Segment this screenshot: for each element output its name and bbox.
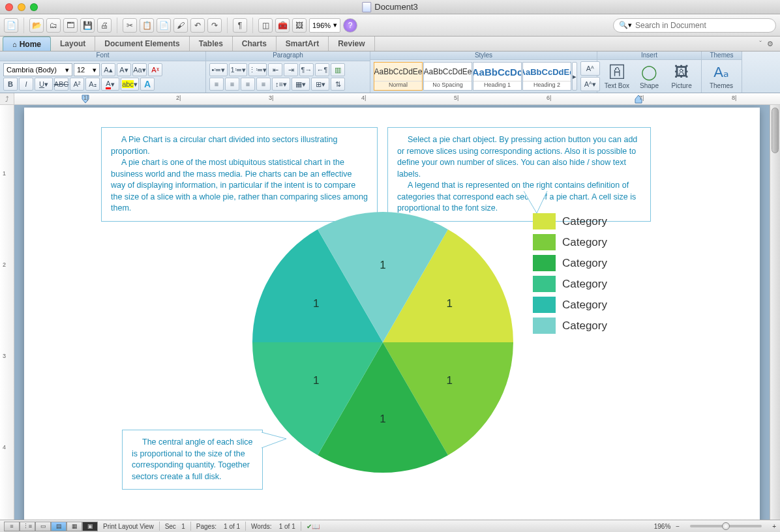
legend-item-5[interactable]: Category bbox=[533, 318, 607, 334]
strikethrough-button[interactable]: ABC bbox=[54, 78, 68, 91]
toolbox-button[interactable]: 🧰 bbox=[275, 18, 290, 33]
font-color-button[interactable]: A▾ bbox=[101, 78, 119, 91]
print-button[interactable]: 🖨 bbox=[97, 18, 112, 33]
help-button[interactable]: ? bbox=[343, 18, 357, 33]
format-painter-button[interactable]: 🖌 bbox=[173, 18, 188, 33]
styles-scroll-button[interactable]: ▸ bbox=[572, 62, 577, 91]
ribbon-settings-icon[interactable]: ⚙ bbox=[767, 40, 773, 48]
legend-item-4[interactable]: Category bbox=[533, 297, 607, 313]
increase-indent-button[interactable]: ⇥ bbox=[284, 63, 298, 76]
zoom-window-button[interactable] bbox=[30, 3, 38, 11]
media-button[interactable]: 🖼 bbox=[292, 18, 307, 33]
tab-document-elements[interactable]: Document Elements bbox=[95, 37, 189, 51]
legend-item-2[interactable]: Category bbox=[533, 255, 607, 271]
shading-button[interactable]: ▦▾ bbox=[292, 78, 310, 91]
justify-button[interactable]: ≡ bbox=[256, 78, 271, 91]
view-notebook-button[interactable]: ▦ bbox=[67, 522, 82, 531]
scrollbar-thumb[interactable] bbox=[772, 108, 779, 153]
zoom-value[interactable]: 196% bbox=[654, 523, 671, 530]
zoom-dropdown[interactable]: 196%▾ bbox=[309, 18, 340, 33]
copy-button[interactable]: 📋 bbox=[140, 18, 154, 33]
vertical-ruler[interactable]: 12345 bbox=[0, 105, 14, 520]
subscript-button[interactable]: A₂ bbox=[85, 78, 100, 91]
browser-button[interactable]: 🗔 bbox=[63, 18, 78, 33]
sidebar-button[interactable]: ◫ bbox=[258, 18, 273, 33]
tab-tables[interactable]: Tables bbox=[190, 37, 233, 51]
change-case-button[interactable]: Aa▾ bbox=[132, 63, 147, 76]
horizontal-ruler[interactable]: ⤴ 1|2|3|4|5|6|7|8| bbox=[0, 93, 780, 105]
superscript-button[interactable]: A² bbox=[70, 78, 84, 91]
line-spacing-button[interactable]: ↕≡▾ bbox=[272, 78, 290, 91]
tab-review[interactable]: Review bbox=[329, 37, 374, 51]
zoom-slider-thumb[interactable] bbox=[722, 522, 730, 530]
redo-button[interactable]: ↷ bbox=[207, 18, 222, 33]
undo-button[interactable]: ↶ bbox=[190, 18, 205, 33]
numbering-button[interactable]: 1≔▾ bbox=[229, 63, 247, 76]
rtl-button[interactable]: ←¶ bbox=[315, 63, 329, 76]
show-formatting-button[interactable]: ¶ bbox=[233, 18, 247, 33]
open-button[interactable]: 📂 bbox=[29, 18, 44, 33]
view-draft-button[interactable]: ≡ bbox=[4, 522, 20, 531]
align-left-button[interactable]: ≡ bbox=[209, 78, 224, 91]
new-doc-button[interactable]: 📄 bbox=[4, 18, 18, 33]
view-outline-button[interactable]: ⋮≡ bbox=[20, 522, 35, 531]
paste-button[interactable]: 📄 bbox=[157, 18, 171, 33]
vertical-scrollbar[interactable] bbox=[770, 105, 780, 520]
borders-button[interactable]: ⊞▾ bbox=[311, 78, 329, 91]
align-right-button[interactable]: ≡ bbox=[241, 78, 255, 91]
insert-textbox-button[interactable]: 🄰Text Box bbox=[601, 61, 633, 91]
font-size-dropdown[interactable]: 12▾ bbox=[74, 63, 100, 76]
insert-picture-button[interactable]: 🖼Picture bbox=[665, 61, 698, 91]
italic-button[interactable]: I bbox=[19, 78, 33, 91]
sort-button[interactable]: ⇅ bbox=[331, 78, 345, 91]
textbox-right[interactable]: Select a pie chart object. By pressing a… bbox=[387, 127, 651, 222]
align-center-button[interactable]: ≡ bbox=[225, 78, 239, 91]
decrease-indent-button[interactable]: ⇤ bbox=[268, 63, 282, 76]
tab-home[interactable]: ⌂Home bbox=[3, 37, 51, 51]
minimize-window-button[interactable] bbox=[18, 3, 25, 11]
view-print-layout-button[interactable]: ▤ bbox=[51, 522, 67, 531]
font-name-dropdown[interactable]: Cambria (Body)▾ bbox=[3, 63, 72, 76]
zoom-slider[interactable] bbox=[690, 525, 762, 527]
chart-legend[interactable]: CategoryCategoryCategoryCategoryCategory… bbox=[533, 213, 607, 338]
cut-button[interactable]: ✂ bbox=[123, 18, 137, 33]
zoom-in-button[interactable]: + bbox=[772, 523, 776, 530]
clear-formatting-button[interactable]: Aᵡ bbox=[148, 63, 162, 76]
style-heading-2[interactable]: AaBbCcDdEeHeading 2 bbox=[522, 62, 571, 91]
save-button[interactable]: 💾 bbox=[80, 18, 95, 33]
view-publishing-button[interactable]: ▭ bbox=[35, 522, 51, 531]
document-page[interactable]: A Pie Chart is a circular chart divided … bbox=[24, 108, 760, 520]
view-focus-button[interactable]: ▣ bbox=[82, 522, 98, 531]
ribbon-collapse-icon[interactable]: ˇ bbox=[759, 40, 762, 48]
bullets-button[interactable]: •≔▾ bbox=[209, 63, 228, 76]
columns-button[interactable]: ▥ bbox=[331, 63, 345, 76]
tab-layout[interactable]: Layout bbox=[51, 37, 95, 51]
legend-item-3[interactable]: Category bbox=[533, 276, 607, 292]
insert-shape-button[interactable]: ◯Shape bbox=[633, 61, 666, 91]
style-heading-1[interactable]: AaBbCcDcHeading 1 bbox=[473, 62, 522, 91]
highlight-button[interactable]: abc▾ bbox=[121, 78, 139, 91]
search-box[interactable]: 🔍▾ bbox=[613, 18, 776, 33]
text-effects-button[interactable]: A bbox=[140, 78, 155, 91]
ltr-button[interactable]: ¶→ bbox=[299, 63, 314, 76]
spellcheck-icon[interactable]: ✔📖 bbox=[307, 523, 320, 530]
close-window-button[interactable] bbox=[5, 3, 13, 11]
template-button[interactable]: 🗂 bbox=[46, 18, 61, 33]
shrink-font-button[interactable]: A▾ bbox=[117, 63, 131, 76]
multilevel-button[interactable]: ⋮≔▾ bbox=[248, 63, 267, 76]
tab-smartart[interactable]: SmartArt bbox=[277, 37, 329, 51]
style-no-spacing[interactable]: AaBbCcDdEeNo Spacing bbox=[423, 62, 472, 91]
textbox-bottom[interactable]: The central angle of each slice is propo… bbox=[122, 430, 263, 490]
legend-item-1[interactable]: Category bbox=[533, 234, 607, 250]
legend-item-0[interactable]: Category bbox=[533, 213, 607, 229]
bold-button[interactable]: B bbox=[3, 78, 18, 91]
zoom-out-button[interactable]: − bbox=[676, 523, 680, 530]
themes-button[interactable]: AₐThemes bbox=[705, 61, 738, 91]
document-area[interactable]: A Pie Chart is a circular chart divided … bbox=[14, 105, 770, 520]
grow-font-button[interactable]: A▴ bbox=[101, 63, 115, 76]
ruler-corner[interactable]: ⤴ bbox=[0, 93, 14, 104]
search-input[interactable] bbox=[635, 21, 770, 30]
underline-button[interactable]: U▾ bbox=[35, 78, 53, 91]
style-normal[interactable]: AaBbCcDdEeNormal bbox=[374, 62, 423, 91]
tab-charts[interactable]: Charts bbox=[233, 37, 277, 51]
